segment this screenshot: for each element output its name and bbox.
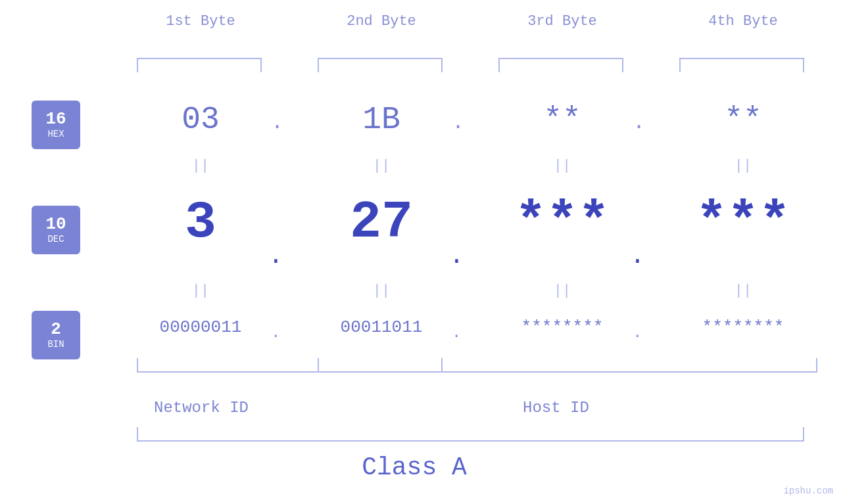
dec-badge: 10 DEC [32,206,80,254]
dec-val-col1: 3 [135,193,266,252]
col4-header: 4th Byte [677,13,809,30]
dot-bin-3: . [633,324,642,342]
dec-badge-num: 10 [45,216,66,233]
dot-hex-3: . [633,110,645,135]
dot-bin-2: . [452,324,461,342]
dec-val-col4: *** [677,193,809,252]
dot-dec-3: . [630,242,645,270]
hex-val-col4: ** [677,102,809,137]
eq-hex-dec-col3: || [496,158,628,174]
bin-val-col4: ******** [677,317,809,337]
class-bracket [137,427,804,442]
main-container: 16 HEX 10 DEC 2 BIN 1st Byte 2nd Byte 3r… [0,0,845,504]
dot-dec-2: . [449,242,464,270]
dec-badge-label: DEC [47,234,64,244]
dot-bin-1: . [271,324,280,342]
watermark: ipshu.com [783,486,833,496]
col3-header: 3rd Byte [496,13,628,30]
dec-val-col2: 27 [316,193,447,252]
bracket-top-col3 [498,58,623,72]
col1-header: 1st Byte [135,13,266,30]
bin-badge: 2 BIN [32,311,80,359]
bin-val-col2: 00011011 [316,317,447,337]
dot-hex-2: . [452,110,464,135]
bin-val-col1: 00000011 [135,317,266,337]
eq-hex-dec-col1: || [135,158,266,174]
bracket-top-col2 [318,58,443,72]
dec-val-col3: *** [496,193,628,252]
eq-hex-dec-col2: || [316,158,447,174]
hex-val-col1: 03 [135,102,266,137]
eq-dec-bin-col4: || [677,283,809,299]
hex-badge: 16 HEX [32,101,80,149]
class-label: Class A [0,453,829,482]
bin-val-col3: ******** [496,317,628,337]
bracket-top-col1 [137,58,262,72]
bin-badge-num: 2 [51,321,61,338]
host-id-label: Host ID [523,399,589,417]
hex-val-col2: 1B [316,102,447,137]
col2-header: 2nd Byte [316,13,447,30]
dot-hex-1: . [271,110,283,135]
eq-hex-dec-col4: || [677,158,809,174]
bracket-top-col4 [679,58,804,72]
dot-dec-1: . [268,242,283,270]
eq-dec-bin-col3: || [496,283,628,299]
bracket-bottom-host [318,358,817,373]
eq-dec-bin-col2: || [316,283,447,299]
hex-badge-label: HEX [47,129,64,139]
eq-dec-bin-col1: || [135,283,266,299]
hex-val-col3: ** [496,102,628,137]
bin-badge-label: BIN [47,339,64,350]
network-id-label: Network ID [154,399,249,417]
hex-badge-num: 16 [45,110,66,127]
